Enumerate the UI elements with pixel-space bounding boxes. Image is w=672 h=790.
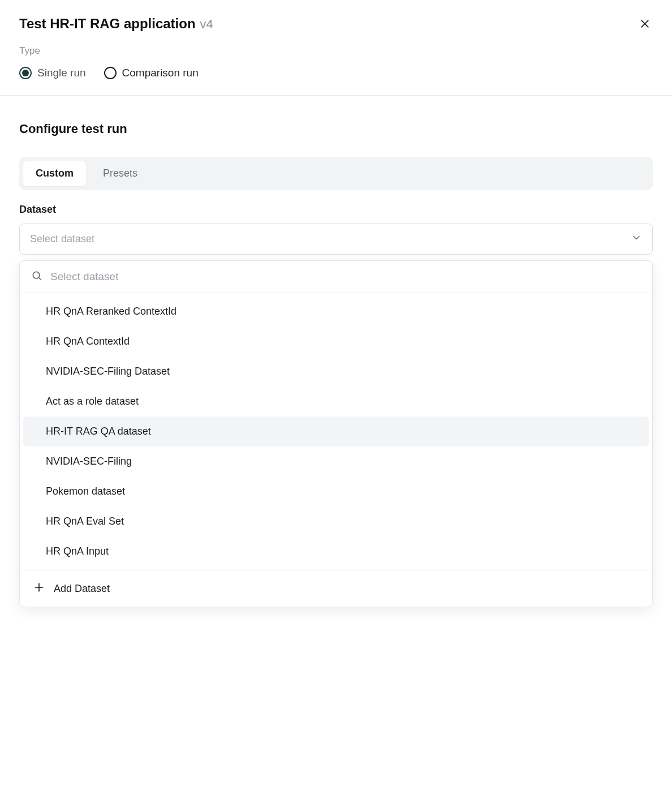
svg-line-3 [39, 278, 41, 280]
section-title: Configure test run [19, 122, 653, 136]
close-icon [639, 22, 651, 31]
dataset-options-list: HR QnA Reranked ContextIdHR QnA ContextI… [20, 293, 652, 570]
radio-comparison-run[interactable]: Comparison run [104, 67, 199, 79]
dialog-header: Test HR-IT RAG application v4 Type Singl… [0, 0, 672, 96]
dataset-option[interactable]: HR QnA Eval Set [23, 506, 649, 536]
radio-icon [19, 67, 32, 79]
chevron-down-icon [631, 232, 642, 246]
dataset-dropdown: HR QnA Reranked ContextIdHR QnA ContextI… [19, 260, 653, 607]
dialog-body: Configure test run Custom Presets Datase… [0, 96, 672, 626]
dataset-option[interactable]: NVIDIA-SEC-Filing [23, 446, 649, 476]
type-block: Type Single run Comparison run [19, 45, 213, 79]
search-icon [31, 270, 42, 284]
dataset-field-label: Dataset [19, 204, 653, 216]
dataset-option[interactable]: Pokemon dataset [23, 476, 649, 506]
tab-custom[interactable]: Custom [23, 161, 86, 186]
dataset-select-trigger[interactable]: Select dataset [19, 224, 653, 255]
add-dataset-button[interactable]: Add Dataset [20, 570, 652, 607]
dataset-option[interactable]: HR QnA Input [23, 536, 649, 566]
dataset-select-placeholder: Select dataset [30, 233, 94, 245]
dataset-search-row [20, 261, 652, 293]
dialog-title: Test HR-IT RAG application [19, 16, 196, 32]
tab-presets[interactable]: Presets [91, 161, 150, 186]
dataset-option[interactable]: HR QnA ContextId [23, 327, 649, 357]
config-tabbar: Custom Presets [19, 157, 653, 190]
add-dataset-label: Add Dataset [54, 583, 110, 595]
close-button[interactable] [637, 16, 653, 34]
dataset-search-input[interactable] [50, 271, 641, 283]
run-type-radio-group: Single run Comparison run [19, 67, 213, 79]
dataset-option[interactable]: Act as a role dataset [23, 387, 649, 417]
type-label: Type [19, 45, 213, 57]
dataset-option[interactable]: NVIDIA-SEC-Filing Dataset [23, 357, 649, 387]
dataset-option[interactable]: HR QnA Reranked ContextId [23, 297, 649, 327]
dataset-option[interactable]: HR-IT RAG QA dataset [23, 417, 649, 446]
radio-label-single: Single run [37, 67, 86, 79]
header-left: Test HR-IT RAG application v4 Type Singl… [19, 16, 213, 79]
svg-point-2 [33, 272, 40, 278]
radio-label-comparison: Comparison run [122, 67, 199, 79]
radio-single-run[interactable]: Single run [19, 67, 86, 79]
plus-icon [33, 582, 45, 595]
radio-icon [104, 67, 117, 79]
version-badge: v4 [200, 17, 213, 32]
title-row: Test HR-IT RAG application v4 [19, 16, 213, 32]
